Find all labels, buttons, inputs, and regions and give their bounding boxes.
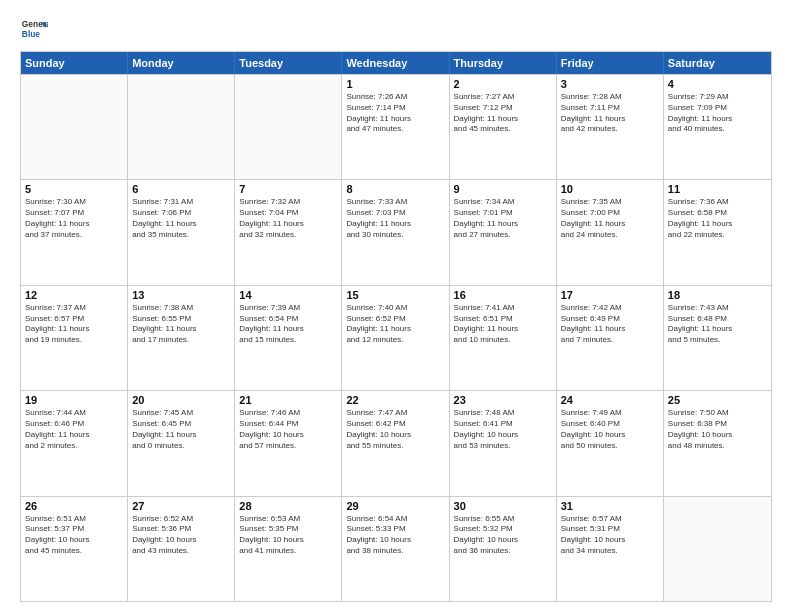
day-number: 18 <box>668 289 767 301</box>
day-info: Sunrise: 7:34 AM Sunset: 7:01 PM Dayligh… <box>454 197 552 240</box>
calendar-cell: 10Sunrise: 7:35 AM Sunset: 7:00 PM Dayli… <box>557 180 664 284</box>
day-info: Sunrise: 7:42 AM Sunset: 6:49 PM Dayligh… <box>561 303 659 346</box>
calendar-cell: 26Sunrise: 6:51 AM Sunset: 5:37 PM Dayli… <box>21 497 128 601</box>
calendar-cell: 11Sunrise: 7:36 AM Sunset: 6:58 PM Dayli… <box>664 180 771 284</box>
calendar-body: 1Sunrise: 7:26 AM Sunset: 7:14 PM Daylig… <box>21 74 771 601</box>
weekday-header-saturday: Saturday <box>664 52 771 74</box>
calendar: SundayMondayTuesdayWednesdayThursdayFrid… <box>20 51 772 602</box>
calendar-cell: 12Sunrise: 7:37 AM Sunset: 6:57 PM Dayli… <box>21 286 128 390</box>
calendar-row-2: 12Sunrise: 7:37 AM Sunset: 6:57 PM Dayli… <box>21 285 771 390</box>
calendar-cell: 7Sunrise: 7:32 AM Sunset: 7:04 PM Daylig… <box>235 180 342 284</box>
calendar-cell: 19Sunrise: 7:44 AM Sunset: 6:46 PM Dayli… <box>21 391 128 495</box>
calendar-cell: 2Sunrise: 7:27 AM Sunset: 7:12 PM Daylig… <box>450 75 557 179</box>
day-info: Sunrise: 6:52 AM Sunset: 5:36 PM Dayligh… <box>132 514 230 557</box>
calendar-cell: 17Sunrise: 7:42 AM Sunset: 6:49 PM Dayli… <box>557 286 664 390</box>
day-number: 1 <box>346 78 444 90</box>
svg-text:Blue: Blue <box>22 29 40 39</box>
day-number: 10 <box>561 183 659 195</box>
day-info: Sunrise: 7:37 AM Sunset: 6:57 PM Dayligh… <box>25 303 123 346</box>
calendar-cell: 31Sunrise: 6:57 AM Sunset: 5:31 PM Dayli… <box>557 497 664 601</box>
day-number: 7 <box>239 183 337 195</box>
calendar-cell: 5Sunrise: 7:30 AM Sunset: 7:07 PM Daylig… <box>21 180 128 284</box>
calendar-cell: 9Sunrise: 7:34 AM Sunset: 7:01 PM Daylig… <box>450 180 557 284</box>
day-info: Sunrise: 7:49 AM Sunset: 6:40 PM Dayligh… <box>561 408 659 451</box>
day-info: Sunrise: 7:44 AM Sunset: 6:46 PM Dayligh… <box>25 408 123 451</box>
weekday-header-thursday: Thursday <box>450 52 557 74</box>
weekday-header-tuesday: Tuesday <box>235 52 342 74</box>
day-number: 12 <box>25 289 123 301</box>
day-number: 8 <box>346 183 444 195</box>
day-info: Sunrise: 6:54 AM Sunset: 5:33 PM Dayligh… <box>346 514 444 557</box>
day-info: Sunrise: 7:39 AM Sunset: 6:54 PM Dayligh… <box>239 303 337 346</box>
calendar-cell: 15Sunrise: 7:40 AM Sunset: 6:52 PM Dayli… <box>342 286 449 390</box>
calendar-cell: 25Sunrise: 7:50 AM Sunset: 6:38 PM Dayli… <box>664 391 771 495</box>
weekday-header-wednesday: Wednesday <box>342 52 449 74</box>
day-info: Sunrise: 7:45 AM Sunset: 6:45 PM Dayligh… <box>132 408 230 451</box>
day-info: Sunrise: 7:38 AM Sunset: 6:55 PM Dayligh… <box>132 303 230 346</box>
day-info: Sunrise: 7:43 AM Sunset: 6:48 PM Dayligh… <box>668 303 767 346</box>
calendar-cell: 3Sunrise: 7:28 AM Sunset: 7:11 PM Daylig… <box>557 75 664 179</box>
calendar-cell <box>235 75 342 179</box>
day-info: Sunrise: 7:33 AM Sunset: 7:03 PM Dayligh… <box>346 197 444 240</box>
day-number: 13 <box>132 289 230 301</box>
day-number: 20 <box>132 394 230 406</box>
day-info: Sunrise: 6:57 AM Sunset: 5:31 PM Dayligh… <box>561 514 659 557</box>
calendar-row-0: 1Sunrise: 7:26 AM Sunset: 7:14 PM Daylig… <box>21 74 771 179</box>
day-info: Sunrise: 7:47 AM Sunset: 6:42 PM Dayligh… <box>346 408 444 451</box>
day-number: 19 <box>25 394 123 406</box>
calendar-cell: 4Sunrise: 7:29 AM Sunset: 7:09 PM Daylig… <box>664 75 771 179</box>
day-number: 3 <box>561 78 659 90</box>
day-number: 29 <box>346 500 444 512</box>
day-number: 27 <box>132 500 230 512</box>
weekday-header-friday: Friday <box>557 52 664 74</box>
day-number: 23 <box>454 394 552 406</box>
calendar-row-3: 19Sunrise: 7:44 AM Sunset: 6:46 PM Dayli… <box>21 390 771 495</box>
day-number: 15 <box>346 289 444 301</box>
day-info: Sunrise: 7:50 AM Sunset: 6:38 PM Dayligh… <box>668 408 767 451</box>
day-number: 2 <box>454 78 552 90</box>
calendar-cell <box>664 497 771 601</box>
day-info: Sunrise: 7:30 AM Sunset: 7:07 PM Dayligh… <box>25 197 123 240</box>
day-number: 25 <box>668 394 767 406</box>
day-number: 11 <box>668 183 767 195</box>
logo-icon: General Blue <box>20 15 48 43</box>
calendar-cell: 22Sunrise: 7:47 AM Sunset: 6:42 PM Dayli… <box>342 391 449 495</box>
day-number: 16 <box>454 289 552 301</box>
calendar-cell: 24Sunrise: 7:49 AM Sunset: 6:40 PM Dayli… <box>557 391 664 495</box>
day-number: 28 <box>239 500 337 512</box>
calendar-cell: 21Sunrise: 7:46 AM Sunset: 6:44 PM Dayli… <box>235 391 342 495</box>
calendar-cell: 14Sunrise: 7:39 AM Sunset: 6:54 PM Dayli… <box>235 286 342 390</box>
day-info: Sunrise: 7:28 AM Sunset: 7:11 PM Dayligh… <box>561 92 659 135</box>
logo: General Blue <box>20 15 48 43</box>
day-info: Sunrise: 7:41 AM Sunset: 6:51 PM Dayligh… <box>454 303 552 346</box>
calendar-cell <box>21 75 128 179</box>
day-info: Sunrise: 7:48 AM Sunset: 6:41 PM Dayligh… <box>454 408 552 451</box>
calendar-cell: 30Sunrise: 6:55 AM Sunset: 5:32 PM Dayli… <box>450 497 557 601</box>
day-info: Sunrise: 6:53 AM Sunset: 5:35 PM Dayligh… <box>239 514 337 557</box>
day-info: Sunrise: 6:55 AM Sunset: 5:32 PM Dayligh… <box>454 514 552 557</box>
day-number: 24 <box>561 394 659 406</box>
day-number: 30 <box>454 500 552 512</box>
calendar-row-1: 5Sunrise: 7:30 AM Sunset: 7:07 PM Daylig… <box>21 179 771 284</box>
calendar-cell: 16Sunrise: 7:41 AM Sunset: 6:51 PM Dayli… <box>450 286 557 390</box>
calendar-cell: 27Sunrise: 6:52 AM Sunset: 5:36 PM Dayli… <box>128 497 235 601</box>
day-info: Sunrise: 7:29 AM Sunset: 7:09 PM Dayligh… <box>668 92 767 135</box>
calendar-cell: 18Sunrise: 7:43 AM Sunset: 6:48 PM Dayli… <box>664 286 771 390</box>
day-info: Sunrise: 7:31 AM Sunset: 7:06 PM Dayligh… <box>132 197 230 240</box>
day-number: 31 <box>561 500 659 512</box>
day-number: 26 <box>25 500 123 512</box>
calendar-cell: 28Sunrise: 6:53 AM Sunset: 5:35 PM Dayli… <box>235 497 342 601</box>
calendar-cell: 8Sunrise: 7:33 AM Sunset: 7:03 PM Daylig… <box>342 180 449 284</box>
day-number: 4 <box>668 78 767 90</box>
day-number: 17 <box>561 289 659 301</box>
calendar-cell: 13Sunrise: 7:38 AM Sunset: 6:55 PM Dayli… <box>128 286 235 390</box>
day-info: Sunrise: 6:51 AM Sunset: 5:37 PM Dayligh… <box>25 514 123 557</box>
day-info: Sunrise: 7:46 AM Sunset: 6:44 PM Dayligh… <box>239 408 337 451</box>
day-info: Sunrise: 7:26 AM Sunset: 7:14 PM Dayligh… <box>346 92 444 135</box>
calendar-row-4: 26Sunrise: 6:51 AM Sunset: 5:37 PM Dayli… <box>21 496 771 601</box>
weekday-header-monday: Monday <box>128 52 235 74</box>
calendar-cell: 1Sunrise: 7:26 AM Sunset: 7:14 PM Daylig… <box>342 75 449 179</box>
day-number: 22 <box>346 394 444 406</box>
day-info: Sunrise: 7:35 AM Sunset: 7:00 PM Dayligh… <box>561 197 659 240</box>
day-number: 21 <box>239 394 337 406</box>
